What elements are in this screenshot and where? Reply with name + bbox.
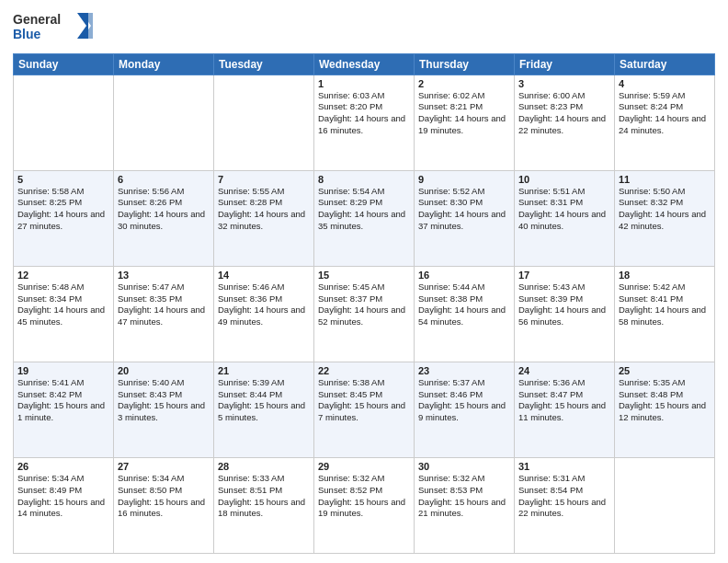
col-header-thursday: Thursday: [415, 53, 515, 75]
day-info: Sunrise: 5:50 AM Sunset: 8:32 PM Dayligh…: [619, 186, 711, 233]
day-number: 17: [518, 270, 610, 281]
day-cell: 17Sunrise: 5:43 AM Sunset: 8:39 PM Dayli…: [515, 266, 615, 362]
day-info: Sunrise: 5:31 AM Sunset: 8:54 PM Dayligh…: [518, 473, 610, 520]
day-number: 12: [17, 270, 109, 281]
logo-text: General Blue: [13, 9, 96, 48]
day-number: 20: [118, 365, 210, 376]
day-number: 19: [17, 365, 109, 376]
day-cell: 12Sunrise: 5:48 AM Sunset: 8:34 PM Dayli…: [14, 266, 114, 362]
day-cell: 27Sunrise: 5:34 AM Sunset: 8:50 PM Dayli…: [114, 457, 214, 553]
col-header-friday: Friday: [515, 53, 615, 75]
week-row-2: 5Sunrise: 5:58 AM Sunset: 8:25 PM Daylig…: [14, 170, 715, 266]
calendar-table: SundayMondayTuesdayWednesdayThursdayFrid…: [13, 53, 715, 555]
day-number: 4: [619, 78, 711, 89]
week-row-3: 12Sunrise: 5:48 AM Sunset: 8:34 PM Dayli…: [14, 266, 715, 362]
day-number: 9: [418, 174, 510, 185]
day-cell: 11Sunrise: 5:50 AM Sunset: 8:32 PM Dayli…: [615, 170, 715, 266]
day-cell: 30Sunrise: 5:32 AM Sunset: 8:53 PM Dayli…: [415, 457, 515, 553]
day-cell: 6Sunrise: 5:56 AM Sunset: 8:26 PM Daylig…: [114, 170, 214, 266]
day-info: Sunrise: 5:34 AM Sunset: 8:50 PM Dayligh…: [118, 473, 210, 520]
col-header-sunday: Sunday: [14, 53, 114, 75]
day-number: 16: [418, 270, 510, 281]
day-number: 26: [17, 461, 109, 472]
day-info: Sunrise: 5:42 AM Sunset: 8:41 PM Dayligh…: [619, 282, 711, 328]
day-info: Sunrise: 5:39 AM Sunset: 8:44 PM Dayligh…: [218, 377, 310, 424]
day-info: Sunrise: 5:36 AM Sunset: 8:47 PM Dayligh…: [518, 377, 610, 424]
day-info: Sunrise: 5:38 AM Sunset: 8:45 PM Dayligh…: [318, 377, 410, 424]
day-cell: 3Sunrise: 6:00 AM Sunset: 8:23 PM Daylig…: [515, 75, 615, 170]
day-cell: 14Sunrise: 5:46 AM Sunset: 8:36 PM Dayli…: [214, 266, 314, 362]
day-info: Sunrise: 5:46 AM Sunset: 8:36 PM Dayligh…: [218, 282, 310, 328]
day-number: 27: [118, 461, 210, 472]
day-number: 22: [318, 365, 410, 376]
day-cell: 7Sunrise: 5:55 AM Sunset: 8:28 PM Daylig…: [214, 170, 314, 266]
day-info: Sunrise: 5:34 AM Sunset: 8:49 PM Dayligh…: [17, 473, 109, 520]
day-cell: 5Sunrise: 5:58 AM Sunset: 8:25 PM Daylig…: [14, 170, 114, 266]
day-cell: [114, 75, 214, 170]
day-cell: 10Sunrise: 5:51 AM Sunset: 8:31 PM Dayli…: [515, 170, 615, 266]
day-number: 15: [318, 270, 410, 281]
day-cell: 23Sunrise: 5:37 AM Sunset: 8:46 PM Dayli…: [415, 362, 515, 457]
day-cell: 24Sunrise: 5:36 AM Sunset: 8:47 PM Dayli…: [515, 362, 615, 457]
day-info: Sunrise: 5:41 AM Sunset: 8:42 PM Dayligh…: [17, 377, 109, 424]
day-info: Sunrise: 5:32 AM Sunset: 8:52 PM Dayligh…: [318, 473, 410, 520]
logo: General Blue: [13, 9, 96, 48]
col-header-tuesday: Tuesday: [214, 53, 314, 75]
day-cell: 9Sunrise: 5:52 AM Sunset: 8:30 PM Daylig…: [415, 170, 515, 266]
day-info: Sunrise: 5:52 AM Sunset: 8:30 PM Dayligh…: [418, 186, 510, 233]
day-info: Sunrise: 5:59 AM Sunset: 8:24 PM Dayligh…: [619, 90, 711, 137]
day-cell: 26Sunrise: 5:34 AM Sunset: 8:49 PM Dayli…: [14, 457, 114, 553]
svg-text:General: General: [13, 12, 61, 27]
col-header-saturday: Saturday: [615, 53, 715, 75]
day-cell: 20Sunrise: 5:40 AM Sunset: 8:43 PM Dayli…: [114, 362, 214, 457]
day-info: Sunrise: 5:37 AM Sunset: 8:46 PM Dayligh…: [418, 377, 510, 424]
day-cell: 19Sunrise: 5:41 AM Sunset: 8:42 PM Dayli…: [14, 362, 114, 457]
day-info: Sunrise: 5:45 AM Sunset: 8:37 PM Dayligh…: [318, 282, 410, 328]
day-info: Sunrise: 5:47 AM Sunset: 8:35 PM Dayligh…: [118, 282, 210, 328]
day-cell: 25Sunrise: 5:35 AM Sunset: 8:48 PM Dayli…: [615, 362, 715, 457]
header-row: SundayMondayTuesdayWednesdayThursdayFrid…: [14, 53, 715, 75]
day-cell: 21Sunrise: 5:39 AM Sunset: 8:44 PM Dayli…: [214, 362, 314, 457]
day-number: 30: [418, 461, 510, 472]
day-number: 24: [518, 365, 610, 376]
day-info: Sunrise: 6:03 AM Sunset: 8:20 PM Dayligh…: [318, 90, 410, 137]
header: General Blue: [13, 9, 715, 48]
day-number: 5: [17, 174, 109, 185]
day-cell: 22Sunrise: 5:38 AM Sunset: 8:45 PM Dayli…: [314, 362, 415, 457]
day-number: 28: [218, 461, 310, 472]
day-number: 11: [619, 174, 711, 185]
day-cell: 31Sunrise: 5:31 AM Sunset: 8:54 PM Dayli…: [515, 457, 615, 553]
day-info: Sunrise: 5:35 AM Sunset: 8:48 PM Dayligh…: [619, 377, 711, 424]
day-number: 23: [418, 365, 510, 376]
day-number: 7: [218, 174, 310, 185]
svg-text:Blue: Blue: [13, 27, 41, 41]
day-cell: [615, 457, 715, 553]
day-number: 1: [318, 78, 410, 89]
week-row-1: 1Sunrise: 6:03 AM Sunset: 8:20 PM Daylig…: [14, 75, 715, 170]
day-number: 21: [218, 365, 310, 376]
day-info: Sunrise: 5:48 AM Sunset: 8:34 PM Dayligh…: [17, 282, 109, 328]
day-cell: [14, 75, 114, 170]
day-number: 14: [218, 270, 310, 281]
day-info: Sunrise: 5:55 AM Sunset: 8:28 PM Dayligh…: [218, 186, 310, 233]
day-info: Sunrise: 6:02 AM Sunset: 8:21 PM Dayligh…: [418, 90, 510, 137]
day-info: Sunrise: 6:00 AM Sunset: 8:23 PM Dayligh…: [518, 90, 610, 137]
day-info: Sunrise: 5:32 AM Sunset: 8:53 PM Dayligh…: [418, 473, 510, 520]
day-cell: 28Sunrise: 5:33 AM Sunset: 8:51 PM Dayli…: [214, 457, 314, 553]
day-cell: 8Sunrise: 5:54 AM Sunset: 8:29 PM Daylig…: [314, 170, 415, 266]
day-info: Sunrise: 5:54 AM Sunset: 8:29 PM Dayligh…: [318, 186, 410, 233]
day-cell: 18Sunrise: 5:42 AM Sunset: 8:41 PM Dayli…: [615, 266, 715, 362]
col-header-monday: Monday: [114, 53, 214, 75]
day-number: 3: [518, 78, 610, 89]
day-cell: 4Sunrise: 5:59 AM Sunset: 8:24 PM Daylig…: [615, 75, 715, 170]
day-number: 25: [619, 365, 711, 376]
day-number: 6: [118, 174, 210, 185]
day-info: Sunrise: 5:51 AM Sunset: 8:31 PM Dayligh…: [518, 186, 610, 233]
day-number: 13: [118, 270, 210, 281]
page: General Blue SundayMondayTuesdayWednesda…: [0, 0, 728, 563]
day-cell: 2Sunrise: 6:02 AM Sunset: 8:21 PM Daylig…: [415, 75, 515, 170]
general-blue-logo-icon: General Blue: [13, 9, 96, 44]
day-number: 8: [318, 174, 410, 185]
day-cell: [214, 75, 314, 170]
week-row-4: 19Sunrise: 5:41 AM Sunset: 8:42 PM Dayli…: [14, 362, 715, 457]
